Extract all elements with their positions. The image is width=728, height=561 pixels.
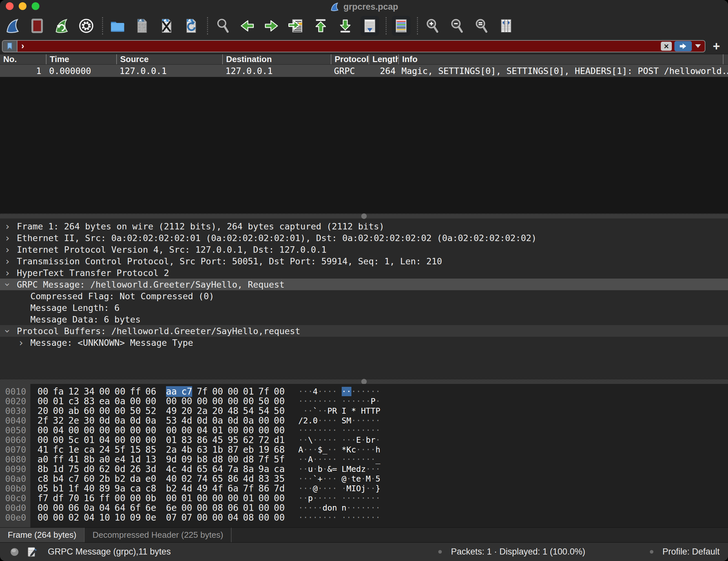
filter-clear-button[interactable]: × [661, 42, 672, 51]
hex-byte[interactable]: 00 [197, 493, 208, 504]
hex-byte[interactable]: 45 [212, 435, 223, 445]
detail-row[interactable]: ›HyperText Transfer Protocol 2 [0, 267, 728, 278]
hex-byte[interactable]: eb [243, 444, 254, 455]
hex-byte[interactable]: 4f [212, 483, 223, 494]
hex-byte[interactable]: 6e [166, 503, 177, 513]
hex-byte[interactable]: 00 [243, 425, 254, 436]
hex-byte[interactable]: 0b [145, 493, 156, 504]
hex-byte[interactable]: 01 [181, 493, 192, 504]
hex-byte[interactable]: 00 [37, 435, 48, 445]
hex-byte[interactable]: 1b [212, 444, 223, 455]
hex-byte[interactable]: 00 [228, 493, 239, 504]
hex-byte[interactable]: e4 [115, 454, 126, 465]
hex-byte[interactable]: 00 [130, 425, 141, 436]
hex-byte[interactable]: 0d [115, 464, 126, 474]
hex-byte[interactable]: 00 [145, 425, 156, 436]
resize-columns-button[interactable] [497, 16, 515, 36]
hex-byte[interactable]: 4d [181, 415, 192, 426]
hex-byte[interactable]: b1 [53, 483, 64, 494]
hex-byte[interactable]: 72 [258, 435, 269, 445]
hex-byte[interactable]: 01 [212, 425, 223, 436]
hex-byte[interactable]: 00 [274, 493, 285, 504]
pane-splitter-2[interactable] [0, 379, 728, 384]
hex-byte[interactable]: 04 [84, 512, 95, 523]
hex-byte[interactable]: 24 [99, 444, 110, 455]
hex-byte[interactable]: 62 [99, 464, 110, 474]
hex-byte[interactable]: 0d [99, 415, 110, 426]
hex-byte[interactable]: e0 [145, 473, 156, 484]
hex-byte[interactable]: 00 [274, 512, 285, 523]
hex-byte[interactable]: 00 [274, 386, 285, 397]
hex-byte[interactable]: 60 [84, 406, 95, 416]
hex-row[interactable]: 0080a0ff418ba0e41d139d09b8d800d87f5f··A·… [0, 454, 728, 464]
chevron-down-icon[interactable]: › [5, 326, 17, 337]
hex-byte[interactable]: 07 [181, 512, 192, 523]
hex-byte[interactable]: 00 [181, 396, 192, 407]
close-window-button[interactable] [6, 2, 14, 10]
chevron-right-icon[interactable]: › [18, 337, 30, 348]
hex-byte[interactable]: 00 [99, 406, 110, 416]
hex-byte[interactable]: 00 [53, 406, 64, 416]
chevron-down-icon[interactable]: › [5, 279, 17, 290]
hex-byte[interactable]: b2 [166, 483, 177, 494]
hex-byte[interactable]: 06 [228, 503, 239, 513]
hex-byte[interactable]: f7 [37, 493, 48, 504]
hex-byte[interactable]: 53 [166, 415, 177, 426]
hex-byte[interactable]: 10 [99, 512, 110, 523]
hex-byte[interactable]: 48 [228, 406, 239, 416]
hex-byte[interactable]: 83 [258, 473, 269, 484]
hex-byte[interactable]: 20 [212, 406, 223, 416]
hex-byte[interactable]: 83 [181, 435, 192, 445]
hex-byte[interactable]: 0e [145, 512, 156, 523]
hex-byte[interactable]: a0 [99, 454, 110, 465]
hex-byte[interactable]: 9a [258, 464, 269, 474]
hex-byte[interactable]: 00 [145, 396, 156, 407]
capture-comment-button[interactable]: 01010 01101 01110 [26, 546, 38, 558]
hex-byte[interactable]: ca [130, 483, 141, 494]
hex-byte[interactable]: 0d [228, 415, 239, 426]
detail-row[interactable]: ›Frame 1: 264 bytes on wire (2112 bits),… [0, 220, 728, 232]
hex-byte[interactable]: 00 [212, 386, 223, 397]
hex-byte[interactable]: 9a [115, 483, 126, 494]
hex-byte[interactable]: 54 [243, 406, 254, 416]
chevron-right-icon[interactable]: › [5, 255, 17, 267]
tab-decompressed-header[interactable]: Decompressed Header (225 bytes) [85, 528, 232, 542]
hex-byte[interactable]: 0d [197, 415, 208, 426]
hex-byte[interactable]: 00 [274, 425, 285, 436]
hex-byte[interactable]: 4d [243, 473, 254, 484]
hex-row[interactable]: 00a0c8b4c7602bb2dae040027465864d8335···`… [0, 474, 728, 483]
open-file-button[interactable] [108, 16, 127, 36]
hex-byte[interactable]: 64 [212, 464, 223, 474]
hex-byte[interactable]: 19 [258, 444, 269, 455]
hex-byte[interactable]: 87 [228, 444, 239, 455]
hex-byte[interactable]: ab [68, 406, 79, 416]
hex-byte[interactable]: fa [53, 386, 64, 397]
hex-byte[interactable]: b2 [115, 473, 126, 484]
display-filter-input[interactable]: › [17, 41, 661, 52]
hex-byte[interactable]: 00 [130, 493, 141, 504]
go-forward-button[interactable] [262, 16, 281, 36]
hex-byte[interactable]: 00 [53, 512, 64, 523]
hex-byte[interactable]: 13 [145, 454, 156, 465]
auto-scroll-button[interactable] [360, 16, 379, 36]
hex-byte[interactable]: 01 [243, 503, 254, 513]
hex-byte[interactable]: 30 [84, 415, 95, 426]
hex-byte[interactable]: 75 [68, 464, 79, 474]
hex-byte[interactable]: 00 [115, 435, 126, 445]
hex-byte[interactable]: 26 [130, 464, 141, 474]
hex-byte[interactable]: 64 [115, 503, 126, 513]
hex-byte[interactable]: 62 [243, 435, 254, 445]
hex-byte[interactable]: 00 [53, 503, 64, 513]
hex-byte[interactable]: 20 [37, 406, 48, 416]
hex-byte[interactable]: fc [53, 444, 64, 455]
hex-byte[interactable]: b4 [53, 473, 64, 484]
detail-row[interactable]: Message Length: 6 [0, 302, 728, 314]
filter-add-button[interactable]: + [709, 40, 723, 52]
hex-byte[interactable]: 4d [181, 464, 192, 474]
hex-byte[interactable]: 00 [37, 386, 48, 397]
hex-byte[interactable]: 00 [145, 435, 156, 445]
hex-byte[interactable]: 65 [197, 464, 208, 474]
hex-byte[interactable]: 9d [166, 454, 177, 465]
hex-row[interactable]: 00d00000060a04646f6e6e00000806010000····… [0, 503, 728, 513]
hex-byte[interactable]: 01 [243, 493, 254, 504]
